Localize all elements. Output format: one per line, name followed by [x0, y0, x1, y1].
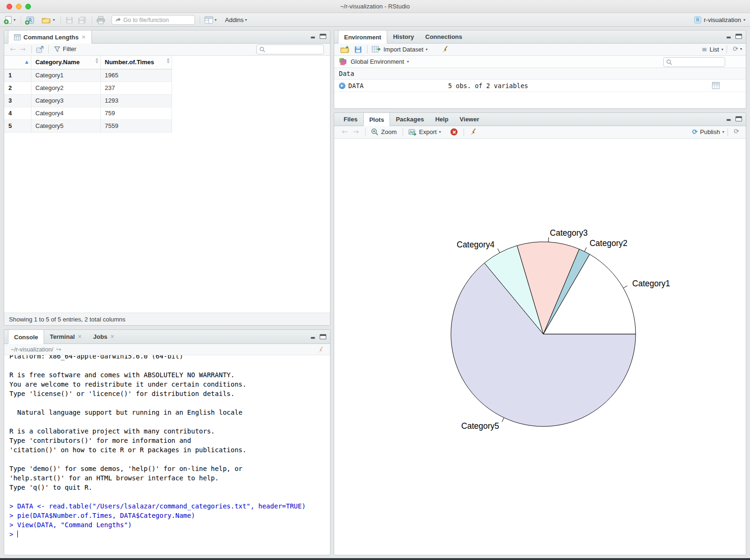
tab-files[interactable]: Files	[338, 113, 363, 126]
window-title: ~/r-visualization - RStudio	[0, 3, 750, 10]
pie-label-tick	[498, 248, 500, 253]
addins-button[interactable]: Addins ▾	[225, 15, 247, 25]
zoom-plot-button[interactable]: Zoom	[371, 128, 397, 136]
environment-scope-selector[interactable]: Global Environment ▾	[351, 58, 409, 65]
tab-help[interactable]: Help	[429, 113, 454, 126]
sort-ascending-icon: ▲	[25, 60, 29, 64]
tab-command-lengths[interactable]: Command Lengths ✕	[8, 30, 92, 44]
data-viewer-pane: Command Lengths ✕ ← → Filter ▲ Category.…	[4, 30, 330, 326]
goto-file-input[interactable]: Go to file/function	[112, 15, 195, 25]
forward-icon[interactable]: →	[20, 45, 26, 53]
chevron-down-icon: ▾	[245, 18, 247, 22]
new-file-icon	[4, 15, 12, 24]
dock-edge	[0, 558, 750, 560]
import-dataset-button[interactable]: Import Dataset ▾	[372, 45, 428, 53]
clear-console-icon[interactable]	[317, 346, 324, 353]
new-file-button[interactable]: ▾	[4, 15, 15, 25]
maximize-pane-button[interactable]	[320, 34, 326, 39]
open-workspace-icon[interactable]	[340, 45, 350, 54]
close-icon[interactable]: ✕	[110, 334, 114, 340]
tab-jobs[interactable]: Jobs✕	[88, 330, 120, 343]
workspace-panes-button[interactable]: ▾	[204, 15, 217, 25]
close-icon[interactable]: ✕	[78, 334, 82, 340]
column-header[interactable]: Number.of.Times▲▼	[100, 56, 172, 69]
minimize-pane-button[interactable]	[310, 34, 316, 39]
tab-label: Command Lengths	[23, 34, 79, 41]
save-workspace-icon[interactable]	[354, 45, 362, 54]
close-icon[interactable]: ✕	[82, 34, 86, 40]
view-table-icon[interactable]	[712, 82, 720, 89]
next-plot-icon[interactable]: →	[353, 127, 359, 136]
tab-terminal[interactable]: Terminal✕	[44, 330, 87, 343]
refresh-environment-button[interactable]: ⟳ ▾	[733, 45, 742, 52]
chevron-down-icon: ▾	[14, 18, 15, 22]
table-search-input[interactable]	[256, 45, 324, 54]
rownum-header[interactable]: ▲	[4, 56, 31, 69]
tab-connections[interactable]: Connections	[420, 30, 468, 43]
list-label: List	[710, 46, 719, 53]
divider	[728, 128, 728, 136]
export-plot-button[interactable]: Export ▾	[408, 128, 441, 136]
table-row[interactable]: 3Category31293	[4, 94, 172, 107]
previous-plot-icon[interactable]: ←	[342, 127, 348, 136]
refresh-plot-icon[interactable]: ⟳	[734, 127, 739, 135]
environment-search-input[interactable]	[663, 57, 725, 67]
clear-plots-icon[interactable]	[469, 128, 477, 136]
chevron-down-icon: ▾	[53, 18, 55, 22]
maximize-pane-button[interactable]	[735, 116, 742, 121]
console-tabstrip: Console Terminal✕ Jobs✕	[4, 330, 330, 344]
working-directory: ~/r-visualization/	[11, 346, 53, 353]
minimize-pane-button[interactable]	[726, 34, 732, 39]
import-dataset-label: Import Dataset	[383, 46, 423, 53]
goto-directory-icon[interactable]: ↪	[56, 346, 61, 353]
publish-plot-button[interactable]: ⟳ Publish ▾	[692, 128, 724, 135]
expand-object-icon[interactable]: ▶	[339, 82, 345, 89]
data-table-body: 1Category119652Category22373Category3129…	[4, 69, 172, 132]
console-output: Platform: x86_64-apple-darwin15.6.0 (64-…	[9, 355, 306, 539]
tab-packages[interactable]: Packages	[390, 113, 429, 126]
remove-plot-icon[interactable]	[450, 128, 458, 135]
open-file-button[interactable]: ▾	[41, 15, 55, 25]
minimize-pane-button[interactable]	[726, 116, 732, 121]
tab-environment[interactable]: Environment	[338, 30, 387, 44]
table-row[interactable]: 2Category2237	[4, 82, 172, 94]
new-project-button[interactable]: R	[24, 15, 36, 25]
save-all-button[interactable]	[78, 15, 87, 25]
table-row[interactable]: 1Category11965	[4, 69, 172, 82]
environment-object-row[interactable]: ▶ DATA 5 obs. of 2 variables	[334, 80, 746, 92]
chevron-down-icon: ▾	[407, 60, 409, 64]
divider	[367, 45, 368, 53]
list-view-button[interactable]: ≡ List ▾	[702, 45, 723, 53]
filter-button[interactable]: Filter	[54, 45, 76, 52]
popout-icon[interactable]	[36, 46, 44, 53]
pie-label-tick	[548, 237, 549, 242]
list-icon: ≡	[702, 45, 707, 53]
console-pathbar: ~/r-visualization/ ↪	[4, 344, 330, 355]
tab-history[interactable]: History	[387, 30, 420, 43]
viewer-tabstrip: Command Lengths ✕	[4, 30, 330, 44]
plots-tabstrip: Files Plots Packages Help Viewer	[334, 113, 746, 126]
tab-viewer[interactable]: Viewer	[454, 113, 485, 126]
print-button[interactable]	[96, 15, 105, 25]
save-all-icon	[78, 16, 87, 24]
maximize-pane-button[interactable]	[735, 34, 742, 39]
divider	[60, 16, 61, 24]
back-icon[interactable]: ←	[10, 45, 16, 53]
console-cursor	[17, 530, 18, 538]
column-header[interactable]: Category.Name▲▼	[31, 56, 100, 69]
tab-plots[interactable]: Plots	[363, 113, 390, 126]
global-environment-icon	[339, 58, 347, 66]
titlebar: ~/r-visualization - RStudio	[0, 0, 750, 13]
maximize-pane-button[interactable]	[320, 334, 326, 339]
tab-console[interactable]: Console	[8, 330, 44, 344]
publish-icon: ⟳	[692, 128, 698, 135]
status-text: Showing 1 to 5 of 5 entries, 2 total col…	[9, 316, 126, 323]
r-project-icon: R	[694, 16, 702, 24]
project-selector[interactable]: R r-visualization ▾	[694, 15, 746, 25]
clear-environment-icon[interactable]	[441, 45, 449, 53]
table-row[interactable]: 5Category57559	[4, 119, 172, 132]
save-button[interactable]	[65, 15, 74, 25]
console-body[interactable]: Platform: x86_64-apple-darwin15.6.0 (64-…	[4, 355, 330, 555]
minimize-pane-button[interactable]	[310, 334, 316, 339]
table-row[interactable]: 4Category4759	[4, 107, 172, 119]
